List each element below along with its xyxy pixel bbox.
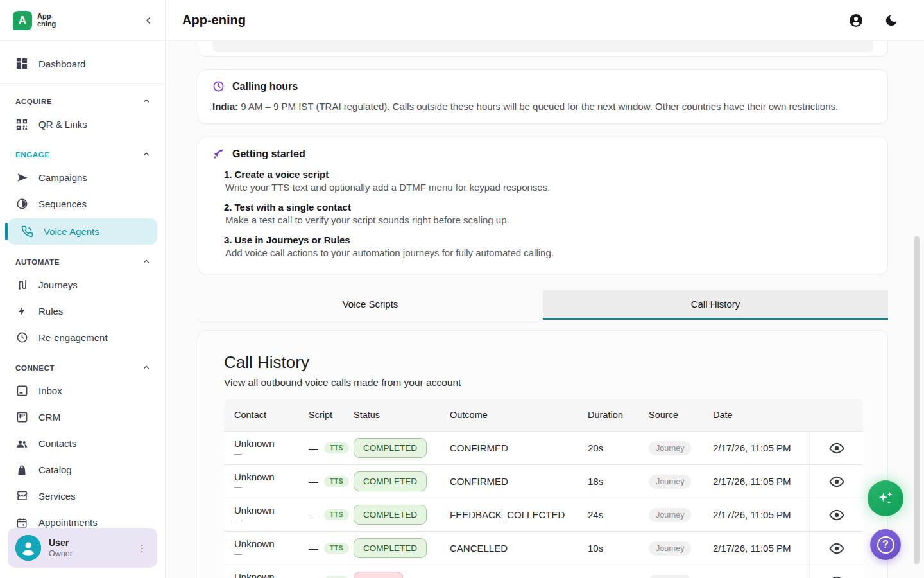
send-icon [15, 171, 28, 184]
call-history-subtitle: View all outbound voice calls made from … [224, 377, 862, 389]
source-badge: Journey [649, 475, 691, 489]
status-badge: COMPLETED [354, 471, 427, 491]
sidebar-item-voice-agents[interactable]: Voice Agents [8, 218, 157, 245]
clock-icon [212, 80, 225, 92]
section-acquire[interactable]: ACQUIRE [0, 92, 165, 111]
sidebar-item-inbox[interactable]: Inbox [0, 378, 165, 404]
brand-name: App- ening [37, 13, 56, 28]
sidebar-item-re-engagement[interactable]: Re-engagement [0, 324, 165, 351]
section-connect[interactable]: CONNECT [0, 358, 165, 378]
tab-voice-scripts[interactable]: Voice Scripts [198, 290, 543, 320]
user-name: User [49, 538, 73, 548]
question-mark-icon: ? [877, 536, 894, 554]
tts-badge: TTS [324, 476, 349, 487]
source-badge: Journey [649, 575, 691, 578]
getting-started-title: Getting started [232, 148, 305, 160]
getting-started-card: Getting started 1.Create a voice script … [198, 137, 888, 274]
dark-mode-toggle[interactable] [884, 13, 898, 28]
view-call-button[interactable] [829, 509, 844, 521]
people-icon [15, 437, 28, 450]
chevron-left-icon [143, 15, 153, 26]
sidebar-item-journeys[interactable]: Journeys [0, 272, 165, 298]
sidebar-item-contacts[interactable]: Contacts [0, 430, 165, 457]
sidebar-item-crm[interactable]: CRM [0, 404, 165, 430]
sidebar-nav: Dashboard ACQUIRE QR & Links ENGAGE Camp… [0, 41, 165, 536]
eye-icon [829, 442, 844, 454]
tts-badge: TTS [324, 509, 349, 520]
brand-logo-letter: A [19, 14, 26, 27]
user-menu-button[interactable]: ⋮ [133, 541, 151, 556]
phone-call-icon [21, 225, 33, 238]
sidebar-item-label: Sequences [38, 198, 87, 209]
eye-icon [829, 509, 844, 521]
brand-logo: A [13, 11, 32, 30]
route-icon [15, 279, 28, 292]
sparkles-icon [876, 489, 895, 508]
chevron-up-icon [142, 150, 151, 160]
table-header: Contact Script Status Outcome Duration S… [224, 399, 863, 431]
user-avatar [15, 535, 41, 561]
vertical-scrollbar[interactable] [914, 236, 920, 564]
topbar: App-ening [166, 0, 924, 41]
main-content: Calling hours India: 9 AM – 9 PM IST (TR… [166, 41, 924, 578]
tts-badge: TTS [324, 442, 349, 453]
table-row: Unknown— —TTS FAILED NO_ANSWER 30s Journ… [224, 565, 863, 578]
sidebar-item-services[interactable]: Services [0, 483, 165, 509]
status-badge: FAILED [354, 572, 403, 578]
sidebar-item-label: CRM [38, 412, 60, 423]
calling-hours-text: India: 9 AM – 9 PM IST (TRAI regulated).… [212, 101, 873, 112]
view-call-button[interactable] [829, 576, 844, 578]
sidebar-collapse-button[interactable] [143, 15, 153, 26]
qr-code-icon [15, 118, 28, 131]
tab-call-history[interactable]: Call History [543, 290, 888, 320]
user-card[interactable]: User Owner ⋮ [8, 528, 157, 568]
view-call-button[interactable] [829, 476, 844, 487]
sidebar-item-rules[interactable]: Rules [0, 298, 165, 324]
call-history-title: Call History [224, 353, 862, 372]
chevron-up-icon [142, 363, 151, 373]
sidebar-item-label: Re-engagement [38, 332, 108, 343]
table-row: Unknown— —TTS COMPLETED CONFIRMED 20s Jo… [224, 431, 863, 464]
page-title: App-ening [182, 13, 246, 28]
chat-icon [15, 385, 28, 398]
section-engage[interactable]: ENGAGE [0, 145, 165, 164]
sidebar-item-label: Inbox [38, 385, 62, 396]
eye-icon [829, 576, 844, 578]
call-history-table: Contact Script Status Outcome Duration S… [224, 399, 863, 578]
calling-hours-card: Calling hours India: 9 AM – 9 PM IST (TR… [198, 69, 888, 124]
sidebar-item-sequences[interactable]: Sequences [0, 191, 165, 217]
view-call-button[interactable] [829, 543, 844, 554]
sidebar-item-dashboard[interactable]: Dashboard [0, 49, 165, 78]
step-item: 2.Test with a single contact Make a test… [224, 202, 873, 225]
calling-hours-title: Calling hours [232, 81, 298, 92]
sidebar-item-qr-links[interactable]: QR & Links [0, 111, 165, 137]
step-item: 3.Use in Journeys or Rules Add voice cal… [224, 234, 873, 258]
call-history-panel: Call History View all outbound voice cal… [198, 330, 888, 578]
clipped-card [198, 41, 888, 57]
sidebar: A App- ening Dashboard ACQUIRE QR & [0, 0, 166, 578]
chevron-up-icon [142, 257, 151, 267]
contrast-circle-icon [15, 198, 28, 211]
account-circle-icon [848, 13, 864, 28]
eye-icon [829, 543, 844, 554]
clipped-card-footer [212, 41, 873, 52]
table-row: Unknown— —TTS COMPLETED FEEDBACK_COLLECT… [224, 498, 863, 531]
ai-assistant-button[interactable] [868, 480, 903, 516]
sidebar-item-label: Contacts [38, 438, 76, 449]
sidebar-item-label: QR & Links [38, 119, 87, 130]
sidebar-item-campaigns[interactable]: Campaigns [0, 164, 165, 191]
kanban-icon [15, 411, 28, 424]
sidebar-item-label: Journeys [38, 279, 78, 290]
source-badge: Journey [649, 508, 691, 522]
calendar-icon [15, 516, 28, 529]
section-automate[interactable]: AUTOMATE [0, 252, 165, 272]
help-button[interactable]: ? [870, 529, 901, 560]
sidebar-item-catalog[interactable]: Catalog [0, 457, 165, 483]
view-call-button[interactable] [829, 442, 844, 454]
sidebar-item-label: Catalog [38, 464, 72, 475]
user-role: Owner [49, 549, 73, 558]
account-button[interactable] [848, 13, 864, 28]
shopping-bag-icon [15, 464, 28, 477]
sidebar-item-label: Appointments [38, 517, 98, 528]
sidebar-header: A App- ening [0, 0, 165, 41]
